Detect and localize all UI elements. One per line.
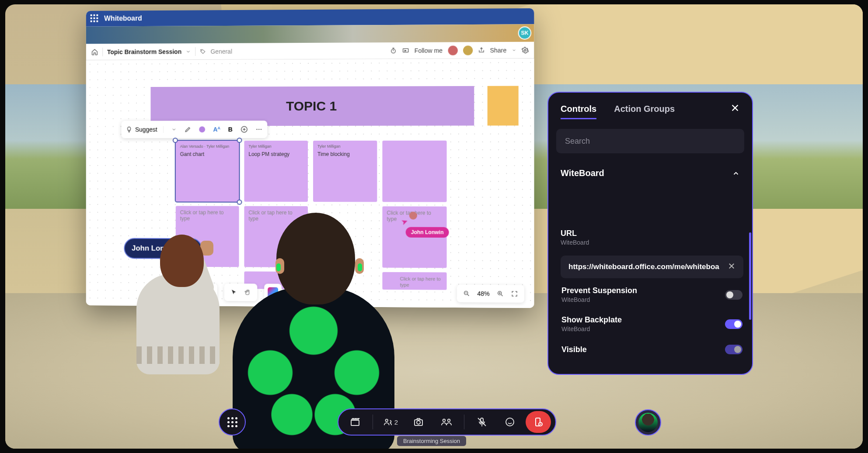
share-icon[interactable] [478,47,485,53]
svg-point-0 [202,50,202,51]
session-dock: 2 [338,408,556,436]
participant-avatar[interactable] [448,45,457,55]
zoom-in-icon[interactable] [497,290,504,297]
mic-muted-button[interactable] [470,412,494,432]
sticky-note[interactable]: Alan Versado · Tyler Milligan Gant chart [176,141,239,202]
svg-point-11 [443,419,446,422]
emoji-button[interactable] [498,412,522,432]
chevron-down-icon[interactable] [171,127,177,132]
toggle-prevent-suspension[interactable]: Prevent Suspension WiteBoard [556,280,748,309]
url-input[interactable]: https://whiteboard.office.com/me/whitebo… [561,256,743,278]
camera-icon[interactable] [406,412,431,432]
whiteboard-titlebar: Whiteboard [86,8,534,27]
close-icon[interactable] [730,103,740,115]
add-icon[interactable] [241,125,248,133]
format-toolbar: Suggest AA B ⋯ [121,121,267,138]
tab-action-groups[interactable]: Action Groups [614,104,675,114]
participants-button[interactable]: 2 [378,412,403,432]
field-url: URL WiteBoard [556,224,748,251]
zoom-out-icon[interactable] [463,290,470,297]
whiteboard-hero-image: SK [86,24,534,44]
controls-panel: Controls Action Groups Search WiteBoard … [547,92,753,375]
switch-prevent-suspension[interactable] [725,290,743,300]
search-input[interactable]: Search [556,129,744,153]
leave-button[interactable] [526,411,551,433]
scrollbar-thumb[interactable] [749,232,751,320]
bold-button[interactable]: B [228,126,233,133]
app-launcher-icon[interactable] [91,14,99,23]
zoom-controls: 48% [457,285,524,303]
avatar-participant [136,217,224,374]
toggle-visible[interactable]: Visible [556,339,748,354]
home-icon[interactable] [91,48,98,55]
clapperboard-icon[interactable] [343,412,367,432]
fit-screen-icon[interactable] [511,290,518,297]
suggest-button[interactable]: Suggest [125,126,164,133]
board-toolbar: Topic Brainstorm Session General Follow … [86,42,534,60]
session-name-label: Brainstorming Session [397,436,466,446]
pencil-icon[interactable] [185,126,192,133]
svg-point-10 [417,421,420,424]
self-avatar-button[interactable] [635,409,661,436]
topic-side-card[interactable] [488,86,519,126]
toggle-show-backplate[interactable]: Show Backplate WiteBoard [556,309,748,339]
remote-cursor-avatar [409,211,417,219]
chevron-down-icon[interactable] [512,48,516,52]
board-title[interactable]: Topic Brainstorm Session [107,48,181,55]
follow-me-button[interactable]: Follow me [415,47,443,54]
timer-icon[interactable] [390,47,397,54]
svg-point-12 [448,419,450,422]
zoom-level[interactable]: 48% [477,290,489,297]
share-button[interactable]: Share [490,46,506,53]
topic-header[interactable]: TOPIC 1 [150,86,474,126]
switch-show-backplate[interactable] [725,319,743,329]
switch-visible[interactable] [725,345,743,354]
svg-point-8 [385,419,388,422]
tab-controls[interactable]: Controls [561,104,596,114]
participant-avatar[interactable] [463,45,473,55]
section-header-witeboard[interactable]: WiteBoard [548,160,752,186]
chevron-up-icon [732,169,740,177]
clear-icon[interactable] [728,262,736,272]
board-tag[interactable]: General [210,48,232,55]
color-picker[interactable] [199,126,206,132]
user-avatar-badge[interactable]: SK [518,26,532,39]
svg-point-3 [524,49,526,51]
text-color-icon[interactable]: AA [213,126,220,133]
app-name: Whiteboard [104,14,142,22]
more-icon[interactable]: ⋯ [256,126,263,133]
present-icon[interactable] [402,47,409,54]
svg-rect-7 [351,420,359,425]
tag-icon[interactable] [200,48,206,55]
selfie-icon[interactable] [434,412,459,432]
settings-icon[interactable] [522,46,529,53]
chevron-down-icon[interactable] [186,49,191,54]
menu-button[interactable] [219,408,246,436]
remote-cursor-label: John Lonwin [406,227,449,238]
svg-point-13 [506,418,514,426]
